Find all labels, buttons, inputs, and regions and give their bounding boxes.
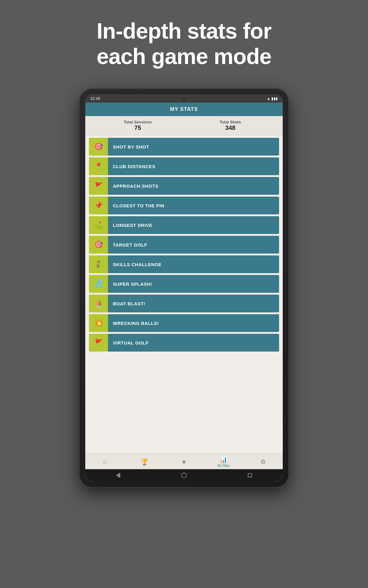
app-title: MY STATS — [170, 106, 198, 112]
nav-icon-stats: 📊 — [220, 456, 227, 463]
tablet-outer: 12:16 ▲ ▮▮▮ MY STATS Total Sessions 75 — [80, 89, 288, 487]
mode-item-approach-shots[interactable]: 🚩APPROACH SHOTS — [89, 177, 279, 195]
mode-icon-club-distances: 📍 — [89, 157, 108, 175]
mode-icon-wrecking-balls: 💥 — [89, 314, 108, 332]
page-background: In-depth stats for each game mode 12:16 … — [0, 0, 368, 588]
nav-item-star[interactable]: ★ — [176, 458, 192, 466]
nav-icon-settings: ⚙ — [260, 458, 266, 466]
nav-item-home[interactable]: ⌂ — [97, 458, 113, 465]
sessions-label: Total Sessions — [91, 120, 184, 124]
headline-line1: In-depth stats for — [25, 18, 343, 44]
shots-value: 348 — [184, 124, 277, 131]
mode-label-shot-by-shot: SHOT BY SHOT — [108, 144, 149, 149]
nav-item-stats[interactable]: 📊My Stats — [216, 456, 231, 467]
back-icon — [116, 473, 120, 478]
mode-label-boat-blast: BOAT BLAST! — [108, 301, 145, 306]
mode-icon-longest-drive: ⛳ — [89, 216, 108, 234]
mode-item-skills-challenge[interactable]: 🏌SKILLS CHALLENGE — [89, 255, 279, 273]
home-button[interactable] — [181, 472, 187, 478]
stats-summary: Total Sessions 75 Total Shots 348 — [85, 116, 283, 135]
mode-label-longest-drive: LONGEST DRIVE — [108, 223, 152, 228]
mode-item-wrecking-balls[interactable]: 💥WRECKING BALLS! — [89, 314, 279, 332]
sessions-stat: Total Sessions 75 — [91, 120, 184, 131]
tablet-camera — [182, 97, 186, 100]
nav-icon-star: ★ — [181, 458, 187, 466]
headline-line2: each game mode — [25, 44, 343, 69]
mode-item-virtual-golf[interactable]: 🚩VIRTUAL GOLF — [89, 334, 279, 352]
sessions-value: 75 — [91, 124, 184, 131]
nav-item-settings[interactable]: ⚙ — [255, 458, 271, 466]
mode-icon-virtual-golf: 🚩 — [89, 334, 108, 352]
modes-list: 🎯SHOT BY SHOT📍CLUB DISTANCES🚩APPROACH SH… — [85, 135, 283, 453]
android-nav — [85, 469, 283, 481]
bottom-nav: ⌂🏆★📊My Stats⚙ — [85, 453, 283, 469]
mode-item-longest-drive[interactable]: ⛳LONGEST DRIVE — [89, 216, 279, 234]
battery-icon: ▲ ▮▮▮ — [267, 96, 278, 101]
nav-item-trophy[interactable]: 🏆 — [137, 458, 152, 466]
nav-icon-home: ⌂ — [103, 458, 107, 465]
mode-item-boat-blast[interactable]: ⛵BOAT BLAST! — [89, 295, 279, 312]
mode-label-virtual-golf: VIRTUAL GOLF — [108, 340, 149, 345]
mode-item-club-distances[interactable]: 📍CLUB DISTANCES — [89, 157, 279, 175]
mode-item-super-splash[interactable]: 💦SUPER SPLASH! — [89, 275, 279, 293]
mode-item-target-golf[interactable]: 🎯TARGET GOLF — [89, 236, 279, 254]
shots-stat: Total Shots 348 — [184, 120, 277, 131]
home-icon — [181, 473, 187, 478]
page-headline: In-depth stats for each game mode — [0, 0, 368, 81]
mode-label-target-golf: TARGET GOLF — [108, 242, 147, 247]
recents-icon — [248, 473, 252, 477]
mode-icon-shot-by-shot: 🎯 — [89, 138, 108, 156]
status-time: 12:16 — [90, 96, 100, 101]
mode-label-skills-challenge: SKILLS CHALLENGE — [108, 262, 162, 267]
status-icons: ▲ ▮▮▮ — [267, 96, 278, 101]
mode-icon-target-golf: 🎯 — [89, 236, 108, 254]
mode-item-shot-by-shot[interactable]: 🎯SHOT BY SHOT — [89, 138, 279, 156]
mode-item-closest-to-pin[interactable]: 📌CLOSEST TO THE PIN — [89, 197, 279, 214]
shots-label: Total Shots — [184, 120, 277, 124]
mode-label-wrecking-balls: WRECKING BALLS! — [108, 321, 159, 326]
mode-icon-skills-challenge: 🏌 — [89, 255, 108, 273]
mode-label-closest-to-pin: CLOSEST TO THE PIN — [108, 203, 164, 208]
mode-icon-super-splash: 💦 — [89, 275, 108, 293]
mode-label-club-distances: CLUB DISTANCES — [108, 164, 155, 169]
tablet-screen: 12:16 ▲ ▮▮▮ MY STATS Total Sessions 75 — [85, 94, 283, 481]
back-button[interactable] — [115, 472, 121, 478]
tablet-wrapper: 12:16 ▲ ▮▮▮ MY STATS Total Sessions 75 — [80, 89, 288, 487]
nav-label-stats: My Stats — [217, 464, 229, 467]
nav-icon-trophy: 🏆 — [141, 458, 148, 466]
app-bar: MY STATS — [85, 103, 283, 116]
mode-label-approach-shots: APPROACH SHOTS — [108, 183, 159, 189]
mode-icon-boat-blast: ⛵ — [89, 295, 108, 312]
mode-icon-approach-shots: 🚩 — [89, 177, 108, 195]
mode-icon-closest-to-pin: 📌 — [89, 197, 108, 214]
recents-button[interactable] — [247, 472, 253, 478]
mode-label-super-splash: SUPER SPLASH! — [108, 281, 152, 287]
